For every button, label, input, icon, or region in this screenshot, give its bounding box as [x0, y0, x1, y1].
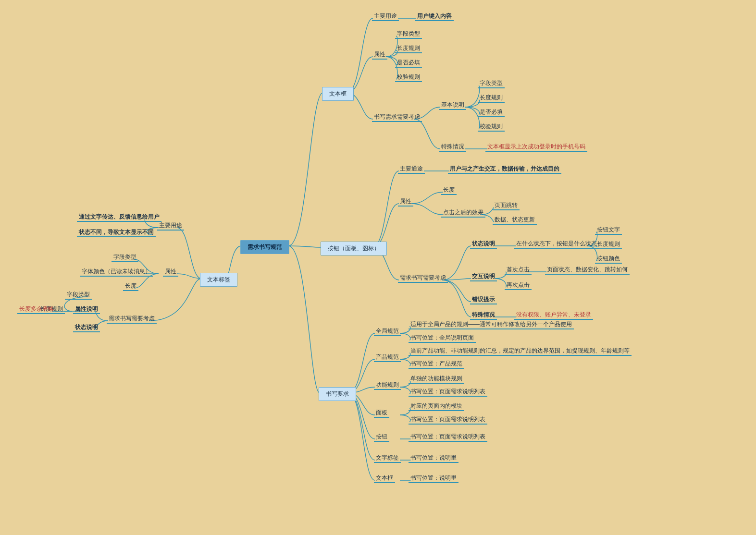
- req-1: 全局规范: [374, 327, 401, 336]
- label-attr-1: 字段类型: [112, 253, 138, 262]
- btn-purpose: 主要通途: [398, 164, 425, 174]
- req-6: 文字标签: [374, 453, 401, 463]
- textbox-attr-1: 字段类型: [395, 29, 422, 39]
- label-attr-desc-1: 字段类型: [65, 290, 92, 300]
- node-text-label[interactable]: 文本标签: [200, 273, 237, 287]
- req-3b: 书写位置：页面需求说明列表: [409, 387, 487, 397]
- req-5a: 书写位置：页面需求说明列表: [409, 432, 487, 442]
- textbox-attr-3: 是否必填: [395, 58, 422, 68]
- btn-interact-a: 首次点击: [505, 265, 532, 275]
- btn-special: 特殊情况: [470, 310, 497, 320]
- textbox-attr: 属性: [372, 50, 387, 60]
- req-7: 文本框: [374, 474, 395, 483]
- btn-state-a2: 长度规则: [595, 240, 622, 249]
- btn-interact-b: 再次点击: [505, 280, 532, 290]
- label-attr-desc: 属性说明: [73, 304, 100, 314]
- btn-purpose-1: 用户与之产生交互，数据传输，并达成目的: [448, 164, 561, 174]
- btn-state-a: 在什么状态下，按钮是什么状态: [514, 239, 599, 249]
- label-main-purpose: 主要用途: [157, 221, 184, 231]
- btn-interact: 交互说明: [470, 272, 497, 281]
- label-attr: 属性: [163, 267, 178, 277]
- label-consider: 需求书写需要考虑: [107, 314, 157, 324]
- textbox-basic-2: 长度规则: [478, 93, 505, 103]
- btn-consider: 需求书写需要考虑: [398, 273, 448, 283]
- req-2b: 书写位置：产品规范: [409, 359, 464, 369]
- textbox-attr-2: 长度规则: [395, 44, 422, 53]
- btn-attr-2a: 页面跳转: [493, 201, 520, 210]
- req-4a: 对应的页面内的模块: [409, 401, 464, 411]
- btn-attr-2b: 数据、状态更新: [493, 215, 537, 225]
- btn-state-a3: 按钮颜色: [595, 254, 622, 264]
- textbox-basic: 基本说明: [439, 100, 466, 110]
- btn-attr: 属性: [398, 197, 413, 207]
- node-write-req[interactable]: 书写要求: [319, 387, 356, 401]
- textbox-attr-4: 校验规则: [395, 73, 422, 82]
- textbox-basic-1: 字段类型: [478, 79, 505, 88]
- req-3: 功能规则: [374, 380, 401, 390]
- textbox-basic-3: 是否必填: [478, 108, 505, 117]
- btn-attr-1: 长度: [441, 185, 457, 195]
- req-2a: 当前产品功能、非功能规则的汇总，规定的产品的边界范围，如提现规则、年龄规则等: [409, 346, 632, 356]
- label-purpose-1: 通过文字传达、反馈信息给用户: [77, 212, 161, 222]
- node-button[interactable]: 按钮（面板、图标）: [321, 242, 387, 255]
- label-len-note: 长度多余省略: [17, 304, 56, 314]
- req-4b: 书写位置：页面需求说明列表: [409, 415, 487, 425]
- btn-state-a1: 按钮文字: [595, 225, 622, 235]
- label-attr-2: 字体颜色（已读未读消息）: [80, 267, 153, 277]
- btn-attr-2: 点击之后的效果: [441, 208, 485, 218]
- textbox-special: 特殊情况: [439, 142, 466, 152]
- btn-special-a: 没有权限、账户异常、未登录: [514, 310, 593, 320]
- btn-interact-a1: 页面状态、数据变化、跳转如何: [545, 265, 630, 275]
- label-purpose-2: 状态不同，导致文本显示不同: [77, 228, 156, 237]
- req-2: 产品规范: [374, 353, 401, 362]
- textbox-special-a: 文本框显示上次成功登录时的手机号码: [485, 142, 587, 152]
- req-1a: 适用于全局产品的规则——通常可稍作修改给另外一个产品使用: [409, 320, 574, 329]
- req-4: 面板: [374, 408, 389, 418]
- btn-error: 错误提示: [470, 295, 497, 304]
- textbox-purpose: 主要用途: [372, 12, 399, 21]
- textbox-basic-4: 校验规则: [478, 122, 505, 132]
- req-6a: 书写位置：说明里: [409, 453, 459, 463]
- textbox-purpose-1: 用户键入内容: [415, 12, 454, 21]
- req-5: 按钮: [374, 432, 389, 442]
- req-7a: 书写位置：说明里: [409, 474, 459, 483]
- req-1b: 书写位置：全局说明页面: [409, 333, 476, 343]
- label-state-desc: 状态说明: [73, 323, 100, 332]
- btn-state: 状态说明: [470, 239, 497, 249]
- req-3a: 单独的功能模块规则: [409, 374, 464, 384]
- label-attr-3: 长度: [123, 281, 138, 291]
- textbox-consider: 书写需求需要考虑: [372, 112, 422, 122]
- root-node[interactable]: 需求书写规范: [240, 240, 289, 254]
- node-textbox[interactable]: 文本框: [322, 87, 354, 101]
